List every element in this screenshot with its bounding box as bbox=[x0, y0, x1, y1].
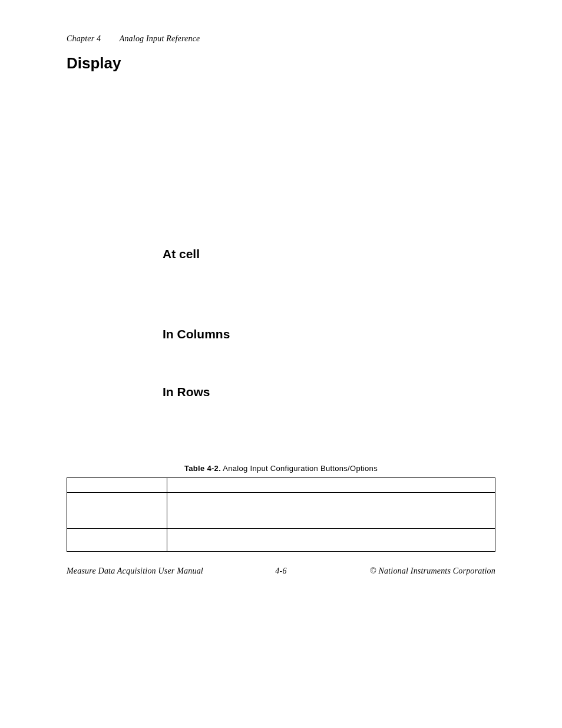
table-cell bbox=[67, 529, 167, 552]
footer-left: Measure Data Acquisition User Manual bbox=[67, 566, 203, 576]
config-table bbox=[67, 477, 495, 552]
document-page: Chapter 4 Analog Input Reference Display… bbox=[0, 0, 562, 728]
table-row bbox=[67, 493, 495, 529]
heading-display: Display bbox=[67, 54, 495, 73]
chapter-title: Analog Input Reference bbox=[120, 34, 200, 43]
table-caption-text: Analog Input Configuration Buttons/Optio… bbox=[223, 464, 378, 473]
heading-at-cell: At cell bbox=[163, 247, 495, 261]
table-cell bbox=[67, 493, 167, 529]
table-cell bbox=[67, 478, 167, 493]
footer-right: © National Instruments Corporation bbox=[370, 566, 495, 576]
chapter-label: Chapter 4 bbox=[67, 34, 101, 43]
heading-in-rows: In Rows bbox=[163, 385, 495, 399]
table-cell bbox=[167, 478, 495, 493]
table-caption: Table 4-2. Analog Input Configuration Bu… bbox=[67, 464, 495, 473]
table-cell bbox=[167, 529, 495, 552]
table-caption-label: Table 4-2. bbox=[184, 464, 221, 473]
footer-page-number: 4-6 bbox=[275, 566, 286, 576]
table-row bbox=[67, 478, 495, 493]
page-footer: Measure Data Acquisition User Manual 4-6… bbox=[67, 566, 495, 576]
heading-in-columns: In Columns bbox=[163, 327, 495, 341]
table-cell bbox=[167, 493, 495, 529]
table-row bbox=[67, 529, 495, 552]
running-header: Chapter 4 Analog Input Reference bbox=[67, 34, 495, 44]
